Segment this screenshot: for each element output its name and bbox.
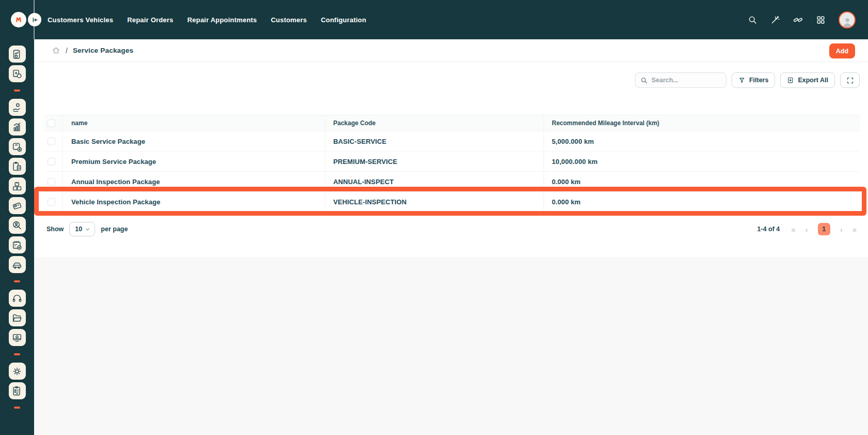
export-file-icon	[787, 77, 795, 84]
next-page-button[interactable]: ›	[840, 226, 843, 233]
show-label: Show	[47, 226, 64, 233]
cell-mileage: 10,000.000 km	[544, 152, 860, 171]
top-navigation: Customers Vehicles Repair Orders Repair …	[48, 16, 366, 24]
topbar: Customers Vehicles Repair Orders Repair …	[0, 0, 868, 39]
table-row[interactable]: Basic Service Package BASIC-SERVICE 5,00…	[44, 131, 860, 152]
search-input[interactable]	[652, 77, 721, 84]
cell-name: Premium Service Package	[62, 152, 325, 171]
cell-package-code: ANNUAL-INSPECT	[325, 172, 544, 191]
search-field[interactable]	[635, 72, 726, 88]
table-row-highlighted[interactable]: Vehicle Inspection Package VEHICLE-INSPE…	[44, 192, 860, 212]
appointments-calendar-icon[interactable]	[9, 236, 26, 253]
column-header-name[interactable]: name	[62, 115, 325, 131]
service-hand-icon[interactable]	[9, 99, 26, 116]
row-checkbox[interactable]	[48, 198, 55, 206]
cell-package-code: VEHICLE-INSPECTION	[325, 192, 544, 212]
range-text: 1-4 of 4	[757, 226, 780, 233]
inventory-boxes-icon[interactable]	[9, 177, 26, 194]
cell-name: Annual Inspection Package	[62, 172, 325, 191]
toolbar: Filters Export All	[34, 62, 868, 88]
cell-package-code: BASIC-SERVICE	[325, 131, 544, 151]
scale-add-icon[interactable]	[9, 138, 26, 155]
search-icon[interactable]	[748, 15, 757, 25]
page-size-select[interactable]: 10	[69, 222, 95, 236]
page-size-value: 10	[75, 226, 82, 233]
support-headset-icon[interactable]	[9, 290, 26, 307]
sidebar-collapse-button[interactable]	[28, 13, 41, 26]
cell-name: Vehicle Inspection Package	[62, 192, 325, 212]
vehicles-car-icon[interactable]	[9, 256, 26, 273]
last-page-button[interactable]: »	[853, 226, 857, 233]
add-button[interactable]: Add	[829, 43, 855, 58]
estimate-clipboard-icon[interactable]	[9, 158, 26, 175]
column-header-package-code[interactable]: Package Code	[325, 115, 544, 131]
workshop-report-icon[interactable]	[9, 46, 26, 63]
cell-package-code: PREMIUM-SERVICE	[325, 152, 544, 171]
pagination-controls: 1-4 of 4 « ‹ 1 › »	[757, 223, 857, 235]
row-checkbox[interactable]	[48, 158, 55, 166]
analytics-chart-icon[interactable]	[9, 118, 26, 136]
nav-repair-orders[interactable]: Repair Orders	[127, 16, 173, 24]
sidebar-divider	[14, 353, 20, 355]
magic-wand-icon[interactable]	[770, 15, 780, 25]
app-logo[interactable]	[11, 12, 26, 27]
chevron-down-icon	[85, 227, 90, 232]
filters-label: Filters	[749, 77, 769, 84]
row-checkbox[interactable]	[48, 178, 55, 186]
nav-customers-vehicles[interactable]: Customers Vehicles	[48, 16, 113, 24]
calculator-coin-icon[interactable]	[9, 65, 26, 82]
table-row[interactable]: Premium Service Package PREMIUM-SERVICE …	[44, 152, 860, 172]
cell-mileage: 0.000 km	[544, 192, 860, 212]
cell-mileage: 5,000.000 km	[544, 131, 860, 151]
settings-gear-icon[interactable]	[9, 363, 26, 380]
collapse-arrow-icon	[31, 16, 39, 24]
nav-customers[interactable]: Customers	[271, 16, 307, 24]
per-page-label: per page	[101, 226, 128, 233]
filters-button[interactable]: Filters	[732, 72, 776, 88]
main-content: / Service Packages Add Filters Export Al…	[34, 39, 868, 435]
filter-funnel-icon	[738, 77, 746, 84]
person-icon	[841, 16, 854, 27]
export-all-button[interactable]: Export All	[780, 72, 835, 88]
sidebar-divider	[14, 89, 20, 92]
pos-terminal-icon[interactable]	[9, 197, 26, 214]
page-title: Service Packages	[73, 47, 133, 54]
current-page-button[interactable]: 1	[818, 223, 830, 235]
expand-icon	[846, 77, 854, 84]
user-avatar[interactable]	[839, 11, 856, 28]
logo-mark-icon	[13, 14, 24, 25]
pagination-bar: Show 10 per page 1-4 of 4 « ‹ 1 › »	[34, 221, 868, 237]
home-icon[interactable]	[52, 46, 60, 55]
background-area	[34, 257, 868, 435]
table-header-row: name Package Code Recommended Mileage In…	[44, 115, 860, 131]
page-size-control: Show 10 per page	[47, 222, 128, 236]
link-icon[interactable]	[793, 15, 803, 25]
cell-name: Basic Service Package	[62, 131, 325, 151]
column-header-mileage-interval[interactable]: Recommended Mileage Interval (km)	[544, 115, 860, 131]
sidebar-divider	[14, 280, 20, 282]
expand-button[interactable]	[840, 72, 860, 88]
first-page-button[interactable]: «	[791, 226, 795, 233]
documents-folder-icon[interactable]	[9, 309, 26, 326]
select-all-checkbox[interactable]	[48, 119, 55, 127]
customer-search-icon[interactable]	[9, 217, 26, 234]
topbar-actions	[748, 0, 856, 39]
sidebar	[0, 0, 34, 435]
tasks-checklist-icon[interactable]	[9, 382, 26, 399]
search-icon	[640, 77, 648, 84]
table-row[interactable]: Annual Inspection Package ANNUAL-INSPECT…	[44, 172, 860, 192]
nav-repair-appointments[interactable]: Repair Appointments	[187, 16, 257, 24]
cell-mileage: 0.000 km	[544, 172, 860, 191]
sidebar-divider	[14, 407, 20, 409]
apps-grid-icon[interactable]	[816, 15, 826, 25]
service-packages-table: name Package Code Recommended Mileage In…	[44, 115, 860, 212]
workstation-monitor-icon[interactable]	[9, 329, 26, 346]
export-all-label: Export All	[798, 77, 828, 84]
breadcrumb-separator: /	[66, 47, 68, 55]
prev-page-button[interactable]: ‹	[805, 226, 808, 233]
breadcrumb-bar: / Service Packages Add	[34, 39, 868, 62]
nav-configuration[interactable]: Configuration	[321, 16, 366, 24]
row-checkbox[interactable]	[48, 138, 55, 145]
